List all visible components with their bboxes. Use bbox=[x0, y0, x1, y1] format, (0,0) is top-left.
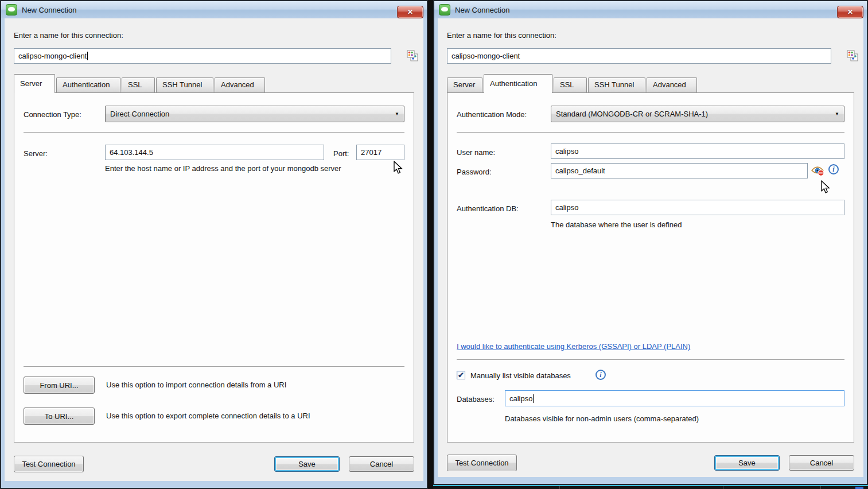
color-picker-icon[interactable] bbox=[406, 49, 419, 63]
window-title: New Connection bbox=[455, 6, 509, 14]
tab-ssh-tunnel[interactable]: SSH Tunnel bbox=[156, 77, 213, 92]
username-input[interactable]: calipso bbox=[551, 143, 844, 159]
visible-databases-info-icon[interactable]: i bbox=[595, 370, 606, 380]
divider bbox=[457, 359, 844, 360]
text-caret bbox=[533, 394, 534, 403]
test-connection-button[interactable]: Test Connection bbox=[14, 456, 84, 472]
tab-ssh-tunnel[interactable]: SSH Tunnel bbox=[588, 77, 645, 92]
cancel-button[interactable]: Cancel bbox=[789, 455, 854, 471]
to-uri-button[interactable]: To URI... bbox=[24, 408, 95, 425]
new-connection-dialog-server: New Connection ✕ Enter a name for this c… bbox=[0, 0, 428, 489]
tab-bar: Server Authentication SSL SSH Tunnel Adv… bbox=[447, 73, 698, 92]
tab-authentication[interactable]: Authentication bbox=[56, 77, 120, 92]
auth-db-input[interactable]: calipso bbox=[551, 200, 844, 215]
databases-help-text: Databases visible for non-admin users (c… bbox=[505, 414, 699, 423]
auth-mode-label: Authentication Mode: bbox=[457, 110, 527, 119]
server-label: Server: bbox=[24, 149, 48, 158]
app-icon bbox=[6, 4, 17, 15]
username-label: User name: bbox=[457, 148, 495, 157]
save-button[interactable]: Save bbox=[274, 456, 340, 472]
authentication-tab-panel: Authentication Mode: Standard (MONGODB-C… bbox=[447, 92, 854, 443]
titlebar[interactable]: New Connection bbox=[1, 1, 427, 18]
tab-bar: Server Authentication SSL SSH Tunnel Adv… bbox=[14, 73, 266, 92]
mouse-cursor bbox=[819, 180, 831, 194]
cancel-button[interactable]: Cancel bbox=[349, 456, 414, 472]
text-caret bbox=[87, 52, 88, 60]
tab-ssl[interactable]: SSL bbox=[554, 77, 587, 92]
from-uri-button[interactable]: From URI... bbox=[24, 377, 95, 394]
mouse-cursor bbox=[392, 161, 403, 174]
password-info-icon[interactable]: i bbox=[828, 164, 839, 174]
close-icon[interactable]: ✕ bbox=[397, 6, 423, 18]
connection-name-input[interactable]: calipso-mongo-client bbox=[447, 48, 831, 64]
databases-input[interactable]: calipso bbox=[505, 390, 844, 406]
tab-advanced[interactable]: Advanced bbox=[647, 77, 697, 92]
connection-type-select[interactable]: Direct Connection ▼ bbox=[105, 106, 404, 122]
tab-server[interactable]: Server bbox=[447, 77, 482, 92]
show-password-eye-icon[interactable] bbox=[811, 165, 825, 176]
from-uri-help-text: Use this option to import connection det… bbox=[106, 381, 286, 389]
close-icon[interactable]: ✕ bbox=[837, 6, 863, 18]
databases-label: Databases: bbox=[457, 395, 495, 403]
port-label: Port: bbox=[333, 149, 349, 158]
manually-list-databases-label: Manually list visible databases bbox=[470, 371, 571, 380]
divider bbox=[24, 132, 404, 133]
connection-type-label: Connection Type: bbox=[24, 110, 81, 119]
server-help-text: Enter the host name or IP address and th… bbox=[105, 164, 341, 173]
port-input[interactable]: 27017 bbox=[356, 145, 404, 160]
chevron-down-icon: ▼ bbox=[395, 111, 399, 117]
to-uri-help-text: Use this option to export complete conne… bbox=[106, 412, 310, 420]
tab-server[interactable]: Server bbox=[14, 74, 55, 93]
connection-name-input[interactable]: calipso-mongo-client bbox=[14, 48, 391, 64]
name-label: Enter a name for this connection: bbox=[447, 31, 556, 40]
tab-advanced[interactable]: Advanced bbox=[215, 77, 265, 92]
auth-db-label: Authentication DB: bbox=[457, 204, 519, 213]
password-label: Password: bbox=[457, 168, 492, 176]
auth-db-help-text: The database where the user is defined bbox=[551, 220, 682, 229]
save-button[interactable]: Save bbox=[714, 455, 780, 471]
new-connection-dialog-authentication: New Connection ✕ Enter a name for this c… bbox=[433, 0, 868, 485]
name-label: Enter a name for this connection: bbox=[14, 31, 123, 40]
tab-authentication[interactable]: Authentication bbox=[484, 74, 552, 93]
dialog-body: Enter a name for this connection: calips… bbox=[438, 18, 863, 477]
window-title: New Connection bbox=[22, 6, 76, 14]
color-picker-icon[interactable] bbox=[846, 49, 859, 63]
dialog-body: Enter a name for this connection: calips… bbox=[5, 18, 423, 481]
auth-mode-select[interactable]: Standard (MONGODB-CR or SCRAM-SHA-1) ▼ bbox=[551, 106, 844, 122]
server-tab-panel: Connection Type: Direct Connection ▼ Ser… bbox=[14, 92, 414, 443]
test-connection-button[interactable]: Test Connection bbox=[447, 455, 517, 471]
background-window-strip bbox=[433, 485, 868, 489]
kerberos-ldap-link[interactable]: I would like to authenticate using Kerbe… bbox=[457, 342, 690, 351]
divider bbox=[24, 366, 404, 367]
divider bbox=[457, 132, 844, 133]
app-icon bbox=[439, 4, 450, 15]
tab-ssl[interactable]: SSL bbox=[122, 77, 155, 92]
titlebar[interactable]: New Connection bbox=[434, 1, 867, 18]
manually-list-databases-checkbox[interactable]: ✔ bbox=[457, 371, 465, 379]
server-input[interactable]: 64.103.144.5 bbox=[105, 145, 324, 160]
chevron-down-icon: ▼ bbox=[835, 111, 839, 117]
password-input[interactable]: calipso_default bbox=[551, 163, 808, 178]
